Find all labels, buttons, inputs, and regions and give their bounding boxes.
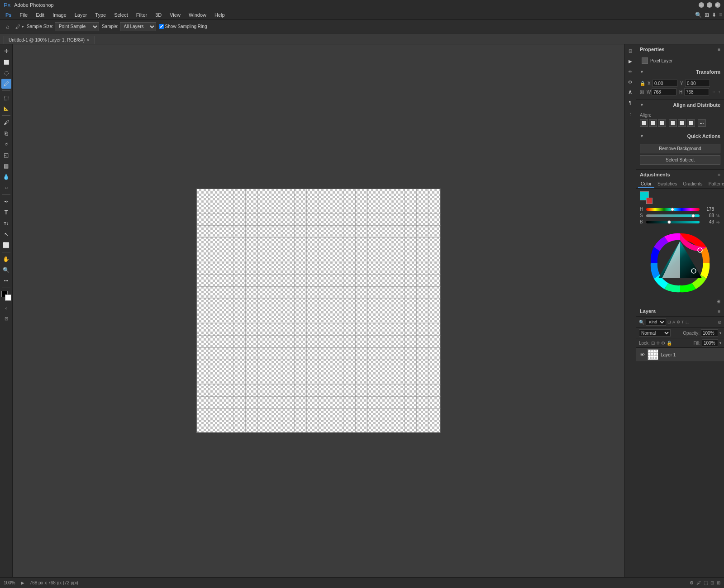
layers-filter-2[interactable]: A xyxy=(672,320,675,324)
show-sampling-checkbox[interactable] xyxy=(159,24,164,29)
zoom-tool[interactable]: 🔍 xyxy=(1,265,11,275)
lock-artboard-icon[interactable]: ⚙ xyxy=(661,341,665,346)
x-input[interactable] xyxy=(653,80,677,87)
type-tool-vertical[interactable]: T↕ xyxy=(1,218,11,228)
menu-image[interactable]: Image xyxy=(49,11,70,19)
menu-type[interactable]: Type xyxy=(91,11,110,19)
lasso-tool[interactable]: ◌ xyxy=(1,68,11,78)
lock-all-icon[interactable]: 🔒 xyxy=(667,341,672,346)
menu-3d[interactable]: 3D xyxy=(152,11,165,19)
pen-tool[interactable]: ✒ xyxy=(1,197,11,207)
layers-filter-3[interactable]: ⚙ xyxy=(676,320,680,324)
lock-position-icon[interactable]: ✛ xyxy=(656,341,660,346)
opacity-input[interactable] xyxy=(701,329,718,337)
hand-tool[interactable]: ✋ xyxy=(1,254,11,264)
blend-mode-select[interactable]: Normal Multiply Screen xyxy=(639,329,671,337)
screen-mode[interactable]: ⊡ xyxy=(1,313,11,323)
adj-tab-patterns[interactable]: Patterns xyxy=(706,180,724,188)
layer-item[interactable]: 👁 Layer 1 xyxy=(636,348,724,362)
status-arrow[interactable]: ▶ xyxy=(21,580,24,585)
stamp-tool[interactable]: ⎗ xyxy=(1,128,11,138)
menu-filter[interactable]: Filter xyxy=(133,11,151,19)
mini-props-icon[interactable]: ⊡ xyxy=(626,46,635,55)
move-tool[interactable]: ✛ xyxy=(1,46,11,56)
align-left-btn[interactable]: ⬜ xyxy=(640,119,648,127)
eraser-tool[interactable]: ◱ xyxy=(1,150,11,160)
menu-window[interactable]: Window xyxy=(185,11,210,19)
gradient-tool[interactable]: ▤ xyxy=(1,161,11,171)
quick-mask-toggle[interactable]: ⬦ xyxy=(1,303,11,313)
fill-input[interactable] xyxy=(702,339,718,346)
mini-play-icon[interactable]: ▶ xyxy=(626,57,635,66)
adj-tab-swatches[interactable]: Swatches xyxy=(655,180,680,188)
align-right-btn[interactable]: ⬜ xyxy=(658,119,666,127)
maximize-button[interactable]: □ xyxy=(707,2,712,8)
layers-filter-4[interactable]: T xyxy=(681,320,684,324)
flip-h-icon[interactable]: ↔ xyxy=(712,90,716,94)
menu-layer[interactable]: Layer xyxy=(71,11,91,19)
status-icon-5[interactable]: ⊞ xyxy=(717,580,720,585)
adjustments-header[interactable]: Adjustments ≡ xyxy=(636,170,724,180)
layers-toggle[interactable]: ⊙ xyxy=(718,320,721,325)
background-color[interactable] xyxy=(5,294,11,301)
lock-aspect-icon[interactable]: 🔒 xyxy=(640,81,645,86)
selection-tool[interactable]: ⬜ xyxy=(1,57,11,67)
canvas[interactable] xyxy=(196,189,441,433)
w-input[interactable] xyxy=(652,88,676,95)
y-input[interactable] xyxy=(685,80,710,87)
sample-size-select[interactable]: Point Sample 3 by 3 Average 5 by 5 Avera… xyxy=(55,22,99,31)
crop-tool[interactable]: ⬚ xyxy=(1,93,11,103)
mini-para-icon[interactable]: ¶ xyxy=(626,98,635,107)
hue-slider[interactable] xyxy=(646,208,700,211)
menu-file[interactable]: File xyxy=(16,11,31,19)
blur-tool[interactable]: 💧 xyxy=(1,172,11,182)
window-controls[interactable]: ─ □ ✕ xyxy=(699,2,720,8)
status-icon-4[interactable]: ⊡ xyxy=(710,580,714,585)
menu-view[interactable]: View xyxy=(166,11,184,19)
properties-collapse[interactable]: ≡ xyxy=(718,47,720,52)
measure-tool[interactable]: 📐 xyxy=(1,104,11,114)
menu-help[interactable]: Help xyxy=(211,11,229,19)
saturation-thumb[interactable] xyxy=(691,214,695,218)
mini-text-icon[interactable]: A xyxy=(626,88,635,97)
brightness-thumb[interactable] xyxy=(667,220,671,224)
home-icon[interactable]: ⌂ xyxy=(3,22,13,32)
type-tool[interactable]: T xyxy=(1,208,11,218)
mini-extra-icon[interactable]: ⋮ xyxy=(626,109,635,118)
adjustments-collapse[interactable]: ≡ xyxy=(718,172,720,177)
menu-ps[interactable]: Ps xyxy=(2,11,15,19)
link-icon[interactable]: ⛓ xyxy=(640,90,644,95)
flip-v-icon[interactable]: ↕ xyxy=(718,90,720,94)
close-button[interactable]: ✕ xyxy=(715,2,720,8)
menu-select[interactable]: Select xyxy=(110,11,132,19)
status-icon-3[interactable]: ⬚ xyxy=(704,580,708,585)
mini-edit-icon[interactable]: ✏ xyxy=(626,67,635,76)
color-settings-icon[interactable]: ⊞ xyxy=(716,299,720,304)
tab-close-button[interactable]: ✕ xyxy=(86,38,90,43)
align-more-btn[interactable]: ••• xyxy=(698,119,706,127)
search-icon[interactable]: 🔍 xyxy=(695,12,702,18)
brightness-slider[interactable] xyxy=(646,221,700,223)
align-distribute-header[interactable]: ▼ Align and Distribute xyxy=(636,100,724,110)
align-center-h-btn[interactable]: ⬜ xyxy=(649,119,657,127)
sample-select[interactable]: All Layers Current Layer xyxy=(120,22,156,31)
background-swatch[interactable] xyxy=(646,198,653,204)
color-wheel-wrapper[interactable] xyxy=(648,231,712,294)
layer-visibility-toggle[interactable]: 👁 xyxy=(639,351,645,358)
hue-thumb[interactable] xyxy=(671,208,674,211)
history-brush[interactable]: ↺ xyxy=(1,139,11,149)
status-icon-2[interactable]: 🖊 xyxy=(696,580,701,585)
quick-actions-header[interactable]: ▼ Quick Actions xyxy=(636,131,724,141)
lock-pixel-icon[interactable]: ⊡ xyxy=(651,341,655,346)
adj-tab-color[interactable]: Color xyxy=(638,180,654,188)
document-tab[interactable]: Untitled-1 @ 100% (Layer 1, RGB/8#) ✕ xyxy=(4,36,95,44)
eyedropper-tool[interactable]: 🖊 xyxy=(1,79,11,89)
status-icon-1[interactable]: ⚙ xyxy=(690,580,694,585)
select-subject-button[interactable]: Select Subject xyxy=(640,155,720,165)
view-icon[interactable]: ⊞ xyxy=(705,12,709,18)
fill-dropdown[interactable]: ▾ xyxy=(719,341,721,345)
align-bottom-btn[interactable]: ⬜ xyxy=(687,119,695,127)
color-wheel-svg[interactable] xyxy=(648,231,712,294)
menu-edit[interactable]: Edit xyxy=(32,11,48,19)
download-icon[interactable]: ⬇ xyxy=(712,12,716,18)
